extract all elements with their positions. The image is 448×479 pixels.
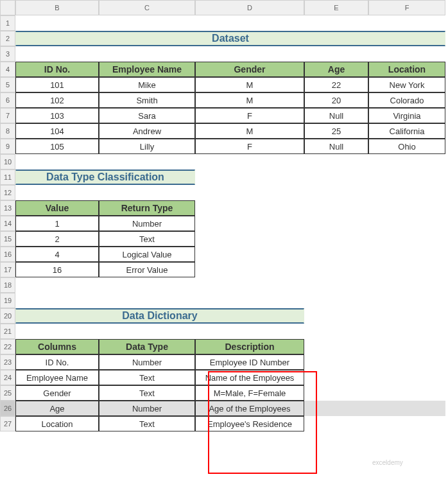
row-header-3[interactable]: 3	[0, 46, 15, 62]
select-all-corner[interactable]	[0, 0, 15, 15]
dataset-header[interactable]: Location	[368, 62, 445, 77]
empty-cell[interactable]	[99, 293, 195, 308]
row-header-24[interactable]: 24	[0, 370, 15, 385]
row-header-26[interactable]: 26	[0, 401, 15, 416]
dict-cell[interactable]: Gender	[15, 385, 99, 401]
column-header-B[interactable]: B	[15, 0, 99, 15]
row-header-20[interactable]: 20	[0, 308, 15, 324]
dict-cell[interactable]: Text	[99, 370, 195, 385]
dataset-cell[interactable]: 25	[304, 123, 368, 139]
dataset-cell[interactable]: 104	[15, 123, 99, 139]
empty-cell[interactable]	[15, 154, 99, 170]
empty-cell[interactable]	[195, 170, 304, 185]
empty-cell[interactable]	[368, 293, 445, 308]
empty-cell[interactable]	[304, 170, 368, 185]
dictionary-title[interactable]: Data Dictionary	[15, 308, 304, 324]
empty-cell[interactable]	[304, 385, 368, 401]
class-cell[interactable]: 4	[15, 247, 99, 262]
empty-cell[interactable]	[304, 231, 368, 247]
empty-cell[interactable]	[99, 277, 195, 293]
dataset-cell[interactable]: M	[195, 123, 304, 139]
empty-cell[interactable]	[195, 216, 304, 231]
column-header-C[interactable]: C	[99, 0, 195, 15]
empty-cell[interactable]	[195, 277, 304, 293]
empty-cell[interactable]	[15, 293, 99, 308]
dataset-header[interactable]: Employee Name	[99, 62, 195, 77]
empty-cell[interactable]	[15, 46, 99, 62]
empty-cell[interactable]	[195, 154, 304, 170]
class-cell[interactable]: 2	[15, 231, 99, 247]
row-header-1[interactable]: 1	[0, 15, 15, 31]
empty-cell[interactable]	[304, 185, 368, 200]
dict-cell[interactable]: Employee ID Number	[195, 354, 304, 370]
dataset-cell[interactable]: F	[195, 108, 304, 123]
row-header-12[interactable]: 12	[0, 185, 15, 200]
empty-cell[interactable]	[368, 154, 445, 170]
empty-cell[interactable]	[304, 154, 368, 170]
dict-header[interactable]: Data Type	[99, 339, 195, 354]
row-header-19[interactable]: 19	[0, 293, 15, 308]
empty-cell[interactable]	[368, 170, 445, 185]
dataset-header[interactable]: Age	[304, 62, 368, 77]
row-header-14[interactable]: 14	[0, 216, 15, 231]
empty-cell[interactable]	[99, 154, 195, 170]
class-cell[interactable]: 1	[15, 216, 99, 231]
row-header-4[interactable]: 4	[0, 62, 15, 77]
row-header-8[interactable]: 8	[0, 123, 15, 139]
dataset-cell[interactable]: New York	[368, 77, 445, 92]
dict-cell[interactable]: Age of the Employees	[195, 401, 304, 416]
classification-title[interactable]: Data Type Classification	[15, 170, 195, 185]
column-header-E[interactable]: E	[304, 0, 368, 15]
empty-cell[interactable]	[304, 339, 368, 354]
row-header-25[interactable]: 25	[0, 385, 15, 401]
dict-cell[interactable]: Employee's Residence	[195, 416, 304, 431]
dict-cell[interactable]: Text	[99, 385, 195, 401]
dict-cell[interactable]: Name of the Employees	[195, 370, 304, 385]
empty-cell[interactable]	[368, 354, 445, 370]
empty-cell[interactable]	[195, 185, 304, 200]
empty-cell[interactable]	[368, 15, 445, 31]
row-header-7[interactable]: 7	[0, 108, 15, 123]
dict-header[interactable]: Description	[195, 339, 304, 354]
dataset-cell[interactable]: 105	[15, 139, 99, 154]
empty-cell[interactable]	[195, 46, 304, 62]
dataset-cell[interactable]: Null	[304, 108, 368, 123]
column-header-F[interactable]: F	[368, 0, 445, 15]
empty-cell[interactable]	[304, 200, 368, 216]
empty-cell[interactable]	[368, 416, 445, 431]
dataset-cell[interactable]: 20	[304, 92, 368, 108]
class-cell[interactable]: Text	[99, 231, 195, 247]
empty-cell[interactable]	[368, 370, 445, 385]
dict-cell[interactable]: Number	[99, 401, 195, 416]
empty-cell[interactable]	[304, 277, 368, 293]
dict-cell[interactable]: Age	[15, 401, 99, 416]
dataset-cell[interactable]: California	[368, 123, 445, 139]
empty-cell[interactable]	[195, 262, 304, 277]
dataset-cell[interactable]: Lilly	[99, 139, 195, 154]
empty-cell[interactable]	[368, 185, 445, 200]
empty-cell[interactable]	[304, 370, 368, 385]
empty-cell[interactable]	[15, 185, 99, 200]
class-cell[interactable]: 16	[15, 262, 99, 277]
empty-cell[interactable]	[99, 15, 195, 31]
dataset-cell[interactable]: Sara	[99, 108, 195, 123]
dataset-cell[interactable]: Andrew	[99, 123, 195, 139]
dict-cell[interactable]: Number	[99, 354, 195, 370]
empty-cell[interactable]	[304, 293, 368, 308]
empty-cell[interactable]	[368, 401, 445, 416]
dict-cell[interactable]: M=Male, F=Female	[195, 385, 304, 401]
row-header-15[interactable]: 15	[0, 231, 15, 247]
dict-cell[interactable]: Location	[15, 416, 99, 431]
empty-cell[interactable]	[304, 15, 368, 31]
row-header-16[interactable]: 16	[0, 247, 15, 262]
dataset-cell[interactable]: 103	[15, 108, 99, 123]
dataset-cell[interactable]: Ohio	[368, 139, 445, 154]
class-header[interactable]: Return Type	[99, 200, 195, 216]
empty-cell[interactable]	[195, 324, 304, 339]
row-header-6[interactable]: 6	[0, 92, 15, 108]
dataset-cell[interactable]: Smith	[99, 92, 195, 108]
empty-cell[interactable]	[99, 324, 195, 339]
empty-cell[interactable]	[368, 324, 445, 339]
empty-cell[interactable]	[304, 262, 368, 277]
row-header-22[interactable]: 22	[0, 339, 15, 354]
